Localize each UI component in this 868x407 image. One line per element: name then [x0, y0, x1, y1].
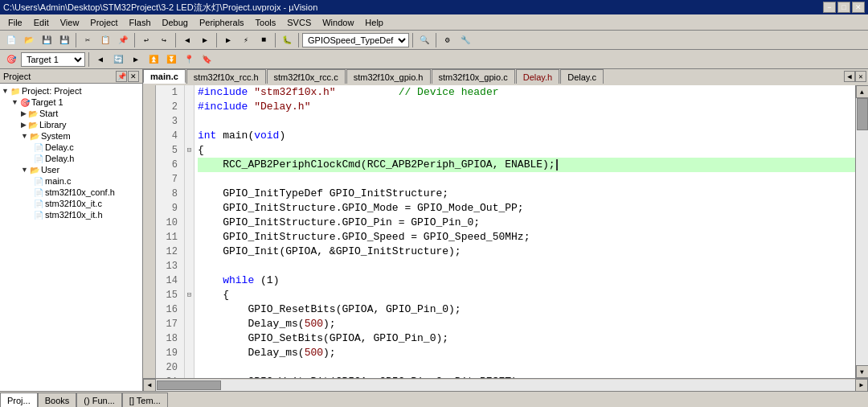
h-scroll-track[interactable]	[156, 380, 855, 391]
ln-19: 19	[162, 346, 178, 360]
bottom-tab-fun[interactable]: () Fun...	[76, 393, 122, 407]
menu-help[interactable]: Help	[360, 16, 388, 29]
scroll-thumb[interactable]	[857, 98, 868, 130]
tree-file-it-c[interactable]: 📄 stm32f10x_it.c	[2, 198, 141, 209]
root-icon: 📁	[10, 87, 20, 96]
tab-delay-c[interactable]: Delay.c	[560, 69, 604, 84]
menu-view[interactable]: View	[55, 16, 84, 29]
tree-root[interactable]: ▼ 📁 Project: Project	[2, 85, 141, 97]
scrollbar-vertical[interactable]: ▲ ▼	[855, 85, 868, 378]
h-scroll-thumb[interactable]	[157, 380, 221, 390]
code-line-4: int main(void)	[198, 129, 855, 143]
back-btn[interactable]: ◀	[179, 32, 195, 48]
stop-btn[interactable]: ■	[256, 32, 272, 48]
t2-btn5[interactable]: ⏬	[163, 51, 179, 68]
code-line-17: Delay_ms(500);	[198, 317, 855, 331]
ln-18: 18	[162, 331, 178, 346]
bottom-tab-tem[interactable]: [] Tem...	[122, 393, 168, 407]
fold-5[interactable]: ⊟	[185, 143, 194, 158]
menu-debug[interactable]: Debug	[158, 16, 193, 29]
toolbar1: 📄 📂 💾 💾 ✂ 📋 📌 ↩ ↪ ◀ ▶ ▶ ⚡ ■ 🐛 GPIOSpeed_…	[0, 31, 868, 50]
scroll-up-btn[interactable]: ▲	[856, 85, 869, 98]
tree-file-conf-h-label: stm32f10x_conf.h	[45, 187, 115, 197]
tree-file-it-h[interactable]: 📄 stm32f10x_it.h	[2, 209, 141, 220]
paste-btn[interactable]: 📌	[115, 32, 131, 48]
options-btn[interactable]: ⚙	[440, 32, 456, 48]
code-lines[interactable]: #include "stm32f10x.h" // Device header …	[194, 85, 855, 378]
menu-tools[interactable]: Tools	[251, 16, 281, 29]
cut-btn[interactable]: ✂	[80, 32, 96, 48]
project-panel-close[interactable]: ✕	[128, 71, 139, 82]
code-line-11: GPIO_InitStructure.GPIO_Speed = GPIO_Spe…	[198, 230, 855, 245]
redo-btn[interactable]: ↪	[156, 32, 172, 48]
find-btn[interactable]: 🔍	[416, 32, 432, 48]
fold-7	[185, 172, 194, 187]
tree-file-conf-h[interactable]: 📄 stm32f10x_conf.h	[2, 187, 141, 198]
tree-folder-user[interactable]: ▼ 📂 User	[2, 164, 141, 175]
new-file-btn[interactable]: 📄	[3, 32, 19, 48]
tab-main-c[interactable]: main.c	[143, 69, 186, 84]
tree-folder-system[interactable]: ▼ 📂 System	[2, 130, 141, 142]
tab-delay-h[interactable]: Delay.h	[516, 69, 559, 84]
undo-btn[interactable]: ↩	[138, 32, 154, 48]
build-btn[interactable]: ▶	[220, 32, 236, 48]
menu-window[interactable]: Window	[317, 16, 358, 29]
copy-btn[interactable]: 📋	[97, 32, 113, 48]
tree-folder-start[interactable]: ▶ 📂 Start	[2, 108, 141, 119]
function-dropdown[interactable]: GPIOSpeed_TypeDef	[302, 33, 409, 47]
scroll-down-btn[interactable]: ▼	[856, 365, 869, 378]
start-expand-icon: ▶	[21, 109, 27, 117]
close-button[interactable]: ✕	[852, 2, 865, 13]
sep9	[88, 52, 89, 67]
code-editor[interactable]: 1 2 3 4 5 6 7 8 9 10 11 12 13 14 15 16 1	[143, 85, 868, 378]
t2-btn7[interactable]: 🔖	[199, 51, 215, 68]
tree-folder-library[interactable]: ▶ 📂 Library	[2, 119, 141, 130]
editor-area: main.c stm32f10x_rcc.h stm32f10x_rcc.c s…	[143, 69, 868, 391]
minimize-button[interactable]: −	[823, 2, 836, 13]
t2-btn4[interactable]: ⏫	[145, 51, 162, 68]
ln-15: 15	[162, 288, 178, 302]
maximize-button[interactable]: □	[837, 2, 850, 13]
tools-btn[interactable]: 🔧	[457, 32, 473, 48]
target-dropdown[interactable]: Target 1	[21, 52, 85, 67]
t2-btn2[interactable]: 🔄	[110, 51, 126, 68]
menu-peripherals[interactable]: Peripherals	[194, 16, 249, 29]
open-file-btn[interactable]: 📂	[21, 32, 37, 48]
fold-15[interactable]: ⊟	[185, 288, 194, 302]
tab-gpio-h[interactable]: stm32f10x_gpio.h	[346, 69, 431, 84]
debug-btn[interactable]: 🐛	[279, 32, 295, 48]
tab-gpio-c[interactable]: stm32f10x_gpio.c	[432, 69, 515, 84]
menu-flash[interactable]: Flash	[125, 16, 156, 29]
project-panel-btns: 📌 ✕	[116, 71, 139, 82]
menu-project[interactable]: Project	[85, 16, 122, 29]
build-all-btn[interactable]: ⚡	[238, 32, 254, 48]
tab-rcc-c[interactable]: stm32f10x_rcc.c	[267, 69, 346, 84]
t2-btn6[interactable]: 📍	[181, 51, 197, 68]
tree-file-delay-h[interactable]: 📄 Delay.h	[2, 153, 141, 164]
tab-rcc-h[interactable]: stm32f10x_rcc.h	[186, 69, 266, 84]
menu-svcs[interactable]: SVCS	[282, 16, 316, 29]
scroll-track[interactable]	[856, 98, 868, 365]
save-btn[interactable]: 💾	[39, 32, 55, 48]
t2-btn3[interactable]: ▶	[128, 51, 144, 68]
scroll-left-btn[interactable]: ◀	[143, 379, 156, 392]
scrollbar-horizontal[interactable]: ◀ ▶	[143, 378, 868, 391]
save-all-btn[interactable]: 💾	[56, 32, 72, 48]
tree-file-delay-c[interactable]: 📄 Delay.c	[2, 142, 141, 153]
ln-10: 10	[162, 216, 178, 230]
tree-target[interactable]: ▼ 🎯 Target 1	[2, 97, 141, 108]
t2-btn1[interactable]: ◀	[92, 51, 108, 68]
bottom-tab-books[interactable]: Books	[38, 393, 77, 407]
menu-edit[interactable]: Edit	[29, 16, 54, 29]
tab-close[interactable]: ✕	[855, 71, 866, 82]
scroll-right-btn[interactable]: ▶	[855, 379, 868, 392]
bottom-tab-proj[interactable]: Proj...	[0, 393, 38, 407]
project-panel-pin[interactable]: 📌	[116, 71, 127, 82]
fold-11	[185, 230, 194, 245]
fwd-btn[interactable]: ▶	[197, 32, 213, 48]
menu-file[interactable]: File	[3, 16, 27, 29]
tree-file-main-c[interactable]: 📄 main.c	[2, 175, 141, 187]
tab-scroll-left[interactable]: ◀	[844, 71, 855, 82]
line-numbers: 1 2 3 4 5 6 7 8 9 10 11 12 13 14 15 16 1	[156, 85, 185, 378]
target-btn[interactable]: 🎯	[3, 51, 19, 68]
